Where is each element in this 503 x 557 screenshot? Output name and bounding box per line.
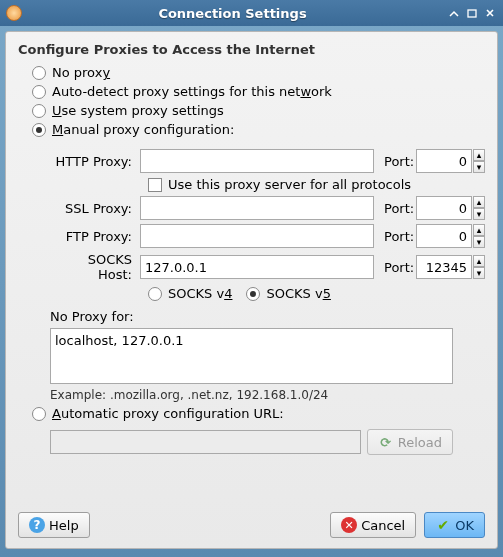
help-icon: ? (29, 517, 45, 533)
svg-rect-0 (468, 10, 476, 17)
radio-label: Manual proxy configuration: (52, 122, 234, 137)
radio-icon[interactable] (246, 287, 260, 301)
reload-icon: ⟳ (378, 434, 394, 450)
radio-label: SOCKS v5 (266, 286, 330, 301)
radio-system-proxy[interactable]: Use system proxy settings (32, 103, 485, 118)
radio-label: SOCKS v4 (168, 286, 232, 301)
auto-config-url-input (50, 430, 361, 454)
use-all-protocols-label: Use this proxy server for all protocols (168, 177, 411, 192)
cancel-icon: ✕ (341, 517, 357, 533)
ok-button[interactable]: ✔ OK (424, 512, 485, 538)
ftp-proxy-input[interactable] (140, 224, 374, 248)
minimize-button[interactable] (447, 6, 461, 20)
ok-label: OK (455, 518, 474, 533)
use-all-protocols-checkbox-row[interactable]: Use this proxy server for all protocols (148, 177, 485, 192)
port-label: Port: (374, 229, 416, 244)
radio-label: Use system proxy settings (52, 103, 224, 118)
spinner-up-icon[interactable]: ▴ (473, 224, 485, 236)
ok-icon: ✔ (435, 517, 451, 533)
socks-host-input[interactable] (140, 255, 374, 279)
port-label: Port: (374, 154, 416, 169)
proxy-grid: HTTP Proxy: Port: ▴▾ Use this proxy serv… (50, 145, 485, 307)
radio-icon[interactable] (32, 66, 46, 80)
help-label: Help (49, 518, 79, 533)
radio-manual-proxy[interactable]: Manual proxy configuration: (32, 122, 485, 137)
radio-icon[interactable] (32, 123, 46, 137)
spinner-up-icon[interactable]: ▴ (473, 196, 485, 208)
ssl-proxy-label: SSL Proxy: (50, 201, 140, 216)
socks-port-spinner[interactable]: ▴▾ (473, 255, 485, 279)
firefox-icon (6, 5, 22, 21)
no-proxy-example: Example: .mozilla.org, .net.nz, 192.168.… (50, 388, 485, 402)
socks-port-input[interactable] (416, 255, 472, 279)
radio-label: Automatic proxy configuration URL: (52, 406, 284, 421)
close-button[interactable] (483, 6, 497, 20)
window-title: Connection Settings (22, 6, 443, 21)
section-title: Configure Proxies to Access the Internet (18, 42, 485, 57)
connection-settings-dialog: Configure Proxies to Access the Internet… (5, 31, 498, 549)
dialog-footer: ? Help ✕ Cancel ✔ OK (18, 502, 485, 538)
spinner-down-icon[interactable]: ▾ (473, 267, 485, 279)
ssl-proxy-input[interactable] (140, 196, 374, 220)
radio-auto-detect[interactable]: Auto-detect proxy settings for this netw… (32, 84, 485, 99)
spinner-up-icon[interactable]: ▴ (473, 255, 485, 267)
radio-label: Auto-detect proxy settings for this netw… (52, 84, 332, 99)
spinner-up-icon[interactable]: ▴ (473, 149, 485, 161)
http-port-input[interactable] (416, 149, 472, 173)
radio-icon[interactable] (32, 85, 46, 99)
http-port-spinner[interactable]: ▴▾ (473, 149, 485, 173)
no-proxy-for-label: No Proxy for: (50, 309, 485, 324)
ftp-port-spinner[interactable]: ▴▾ (473, 224, 485, 248)
titlebar: Connection Settings (0, 0, 503, 26)
maximize-button[interactable] (465, 6, 479, 20)
cancel-label: Cancel (361, 518, 405, 533)
radio-socks-v5[interactable]: SOCKS v5 (246, 286, 330, 301)
radio-icon[interactable] (148, 287, 162, 301)
http-proxy-input[interactable] (140, 149, 374, 173)
ftp-port-input[interactable] (416, 224, 472, 248)
radio-icon[interactable] (32, 104, 46, 118)
cancel-button[interactable]: ✕ Cancel (330, 512, 416, 538)
radio-socks-v4[interactable]: SOCKS v4 (148, 286, 232, 301)
radio-label: No proxy (52, 65, 110, 80)
no-proxy-for-input[interactable] (50, 328, 453, 384)
http-proxy-label: HTTP Proxy: (50, 154, 140, 169)
ssl-port-spinner[interactable]: ▴▾ (473, 196, 485, 220)
reload-button: ⟳ Reload (367, 429, 453, 455)
spinner-down-icon[interactable]: ▾ (473, 161, 485, 173)
radio-icon[interactable] (32, 407, 46, 421)
radio-auto-config-url[interactable]: Automatic proxy configuration URL: (32, 406, 485, 421)
spinner-down-icon[interactable]: ▾ (473, 236, 485, 248)
port-label: Port: (374, 201, 416, 216)
port-label: Port: (374, 260, 416, 275)
radio-no-proxy[interactable]: No proxy (32, 65, 485, 80)
spinner-down-icon[interactable]: ▾ (473, 208, 485, 220)
ssl-port-input[interactable] (416, 196, 472, 220)
ftp-proxy-label: FTP Proxy: (50, 229, 140, 244)
use-all-protocols-checkbox[interactable] (148, 178, 162, 192)
reload-label: Reload (398, 435, 442, 450)
socks-host-label: SOCKS Host: (50, 252, 140, 282)
help-button[interactable]: ? Help (18, 512, 90, 538)
